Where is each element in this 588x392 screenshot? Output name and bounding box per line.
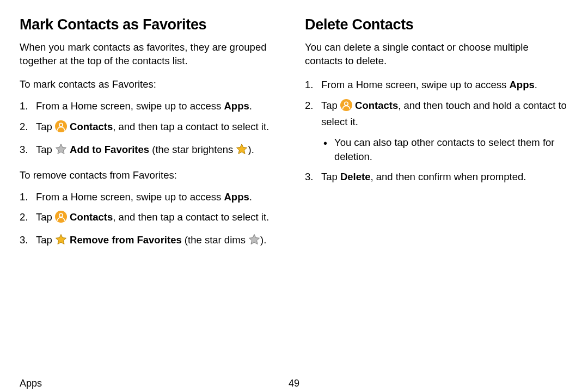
heading-mark-favorites: Mark Contacts as Favorites <box>20 16 283 33</box>
text: , and then tap a contact to select it. <box>113 211 269 223</box>
contacts-icon <box>55 211 67 226</box>
bold-add-fav: Add to Favorites <box>70 144 149 155</box>
text: (the star dims <box>182 234 248 246</box>
bold-remove-fav: Remove from Favorites <box>70 234 182 246</box>
bold-apps: Apps <box>224 191 249 203</box>
steps-mark: From a Home screen, swipe up to access A… <box>20 99 283 159</box>
right-column: Delete Contacts You can delete a single … <box>305 16 568 259</box>
left-column: Mark Contacts as Favorites When you mark… <box>20 16 283 259</box>
bold-contacts: Contacts <box>355 100 398 111</box>
bold-apps: Apps <box>509 79 534 90</box>
intro-mark-favorites: When you mark contacts as favorites, the… <box>20 41 283 68</box>
step-delete-2: Tap Contacts, and then touch and hold a … <box>305 99 568 164</box>
step-delete-3: Tap Delete, and then confirm when prompt… <box>305 170 568 184</box>
step-delete-1: From a Home screen, swipe up to access A… <box>305 78 568 92</box>
step-mark-2: Tap Contacts, and then tap a contact to … <box>20 120 283 136</box>
text: . <box>249 191 252 203</box>
text: Tap <box>321 100 340 111</box>
intro-delete: You can delete a single contact or choos… <box>305 41 568 68</box>
text: From a Home screen, swipe up to access <box>36 100 224 112</box>
bold-delete: Delete <box>340 171 371 182</box>
text: Tap <box>36 211 55 223</box>
bold-contacts: Contacts <box>70 121 113 132</box>
text: , and then confirm when prompted. <box>371 171 526 182</box>
footer-section-label: Apps <box>20 378 42 389</box>
text: Tap <box>321 171 340 182</box>
sublist-delete: You can also tap other contacts to selec… <box>321 136 568 164</box>
steps-delete: From a Home screen, swipe up to access A… <box>305 78 568 184</box>
text: Tap <box>36 121 55 132</box>
text: ). <box>260 234 266 246</box>
text: ). <box>248 144 254 155</box>
sub-delete-1: You can also tap other contacts to selec… <box>321 136 568 164</box>
text: . <box>535 79 537 90</box>
text: Tap <box>36 144 55 155</box>
step-mark-1: From a Home screen, swipe up to access A… <box>20 99 283 113</box>
footer-page-number: 49 <box>289 378 299 389</box>
lead-remove: To remove contacts from Favorites: <box>20 169 283 182</box>
heading-delete: Delete Contacts <box>305 16 568 33</box>
text: , and then tap a contact to select it. <box>113 121 269 132</box>
step-remove-1: From a Home screen, swipe up to access A… <box>20 190 283 204</box>
text: (the star brightens <box>149 144 236 155</box>
page-content: Mark Contacts as Favorites When you mark… <box>0 0 588 259</box>
star-gold-icon <box>55 234 67 249</box>
bold-contacts: Contacts <box>70 211 113 223</box>
bold-apps: Apps <box>224 100 249 112</box>
text: . <box>249 100 252 112</box>
lead-mark: To mark contacts as Favorites: <box>20 78 283 91</box>
star-gold-icon <box>236 143 248 159</box>
step-mark-3: Tap Add to Favorites (the star brightens… <box>20 143 283 159</box>
text: Tap <box>36 234 55 246</box>
contacts-icon <box>340 99 352 115</box>
text: From a Home screen, swipe up to access <box>36 191 224 203</box>
step-remove-3: Tap Remove from Favorites (the star dims… <box>20 233 283 249</box>
star-grey-icon <box>248 234 260 249</box>
contacts-icon <box>55 120 67 136</box>
star-grey-icon <box>55 143 67 159</box>
step-remove-2: Tap Contacts, and then tap a contact to … <box>20 210 283 226</box>
steps-remove: From a Home screen, swipe up to access A… <box>20 190 283 250</box>
text: From a Home screen, swipe up to access <box>321 79 509 90</box>
